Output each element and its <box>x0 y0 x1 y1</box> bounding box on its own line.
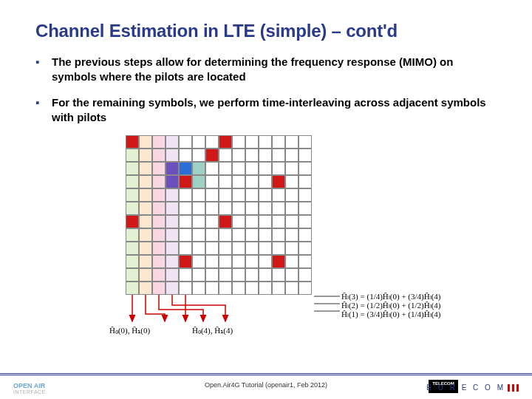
eurecom-logo-bar <box>512 384 514 392</box>
formula-h0: Ĥ₀(0), Ĥ₁(0) <box>109 326 150 335</box>
eurecom-logo-text: E U R E C O M <box>426 383 505 392</box>
slide-title: Channel Estimation in LTE (simple) – con… <box>35 21 497 41</box>
openair-logo: OPEN AIR INTERFACE <box>13 382 46 395</box>
formula-interp-1: Ĥₗ(1) = (3/4)Ĥₗ(0) + (1/4)Ĥₗ(4) <box>341 310 440 319</box>
grid-figure: Ĥ₀(0), Ĥ₁(0) Ĥ₀(4), Ĥ₁(4) Ĥₗ(3) = (1/4)Ĥ… <box>96 135 436 357</box>
bullet-item: The previous steps allow for determining… <box>35 55 497 85</box>
arrows-svg <box>96 135 436 357</box>
eurecom-logo-bar <box>508 384 510 392</box>
footer-divider <box>0 373 532 375</box>
openair-logo-text: OPEN AIR <box>13 382 45 389</box>
eurecom-logo: E U R E C O M <box>426 383 519 392</box>
bullet-item: For the remaining symbols, we perform ti… <box>35 95 497 126</box>
bullet-list: The previous steps allow for determining… <box>35 55 497 125</box>
formula-h4: Ĥ₀(4), Ĥ₁(4) <box>192 326 233 335</box>
openair-logo-sub: INTERFACE <box>13 389 46 395</box>
eurecom-logo-bar <box>516 384 519 392</box>
